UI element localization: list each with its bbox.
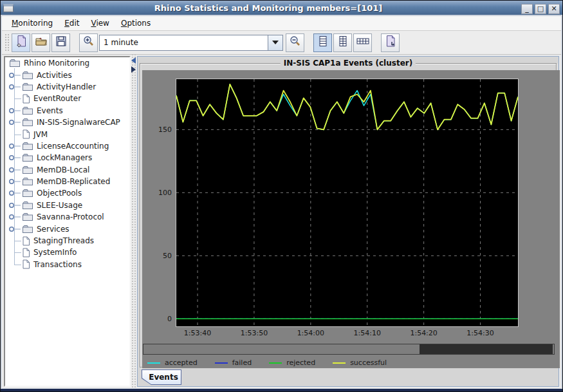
tree-item-memdb-local[interactable]: MemDB-Local xyxy=(5,164,129,176)
menu-bar: MonitoringEditViewOptions xyxy=(2,16,561,31)
svg-text:1:54:20: 1:54:20 xyxy=(410,329,437,337)
interval-dropdown-button[interactable] xyxy=(268,35,283,51)
tab-events-label: Events xyxy=(142,369,181,385)
close-button[interactable]: ✕ xyxy=(548,4,560,14)
svg-text:1:53:40: 1:53:40 xyxy=(184,329,211,337)
monitoring-tree: Rhino MonitoringActivitiesActivityHandle… xyxy=(5,57,129,270)
svg-text:150: 150 xyxy=(158,126,172,134)
tree-item-rhino-monitoring[interactable]: Rhino Monitoring xyxy=(5,57,129,69)
svg-text:50: 50 xyxy=(163,252,172,260)
legend-item-failed: failed xyxy=(215,359,252,367)
chart-legend: acceptedfailedrejectedsuccessful xyxy=(147,359,404,367)
tree-item-activities[interactable]: Activities xyxy=(5,69,129,80)
zoom-in-icon xyxy=(82,35,95,50)
toolbar-grip[interactable] xyxy=(5,33,9,51)
view-two-column-toggle[interactable] xyxy=(333,33,352,52)
view-table-icon xyxy=(356,35,370,50)
tree-item-in-sis-signalwarecap[interactable]: IN-SIS-SignalwareCAP xyxy=(5,117,129,128)
time-series-plot: 0501001501:53:401:53:501:54:001:54:101:5… xyxy=(142,70,560,343)
svg-text:1:54:00: 1:54:00 xyxy=(297,329,324,337)
view-single-column-icon xyxy=(317,35,329,50)
view-table-toggle[interactable] xyxy=(353,33,372,52)
title-bar[interactable]: Rhino Statistics and Monitoring members=… xyxy=(1,1,562,15)
bottom-tab-strip: Events xyxy=(138,369,558,386)
toolbar: 1 minute xyxy=(2,31,561,55)
tree-item-jvm[interactable]: JVM xyxy=(5,128,129,140)
svg-text:1:54:30: 1:54:30 xyxy=(466,329,494,337)
window-controls: _□✕ xyxy=(519,1,560,14)
tree-item-licenseaccounting[interactable]: LicenseAccounting xyxy=(5,140,129,152)
tree-item-objectpools[interactable]: ObjectPools xyxy=(5,187,129,199)
split-divider[interactable] xyxy=(131,55,137,388)
tree-item-systeminfo[interactable]: SystemInfo xyxy=(5,247,129,258)
chart-surface: 0501001501:53:401:53:501:54:001:54:101:5… xyxy=(142,70,560,368)
window-title: Rhino Statistics and Monitoring members=… xyxy=(17,3,519,13)
new-document-icon xyxy=(15,35,28,50)
tree-item-slee-usage[interactable]: SLEE-Usage xyxy=(5,200,129,211)
tree-item-memdb-replicated[interactable]: MemDB-Replicated xyxy=(5,176,129,187)
scrollbar-thumb[interactable] xyxy=(420,344,553,354)
svg-text:100: 100 xyxy=(158,189,172,197)
tree-item-stagingthreads[interactable]: StagingThreads xyxy=(5,235,129,247)
interval-combobox[interactable]: 1 minute xyxy=(99,35,283,51)
tree-item-savanna-protocol[interactable]: Savanna-Protocol xyxy=(5,211,129,223)
tree-item-lockmanagers[interactable]: LockManagers xyxy=(5,152,129,163)
new-document-button[interactable] xyxy=(12,33,30,52)
open-button[interactable] xyxy=(32,33,50,52)
svg-text:0: 0 xyxy=(167,315,172,323)
menu-edit[interactable]: Edit xyxy=(59,17,85,30)
tree-item-activityhandler[interactable]: ActivityHandler xyxy=(5,81,129,93)
interval-value[interactable]: 1 minute xyxy=(99,35,268,51)
tree-item-events[interactable]: Events xyxy=(5,105,129,117)
chart-svg: 0501001501:53:401:53:501:54:001:54:101:5… xyxy=(142,70,560,341)
view-two-column-icon xyxy=(337,35,349,50)
legend-swatch-failed xyxy=(215,362,228,364)
minimize-button[interactable]: _ xyxy=(521,4,533,14)
tree-item-services[interactable]: Services xyxy=(5,223,129,234)
open-folder-icon xyxy=(35,35,48,50)
zoom-in-button[interactable] xyxy=(79,33,98,52)
chart-title: IN-SIS CAP1a Events (cluster) xyxy=(281,59,416,68)
legend-item-successful: successful xyxy=(333,359,387,367)
titled-chart-container: IN-SIS CAP1a Events (cluster) 0501001501… xyxy=(138,57,558,369)
save-icon xyxy=(55,35,68,50)
legend-item-rejected: rejected xyxy=(269,359,315,367)
view-single-column-toggle[interactable] xyxy=(313,33,332,52)
collapse-left-icon[interactable] xyxy=(131,57,136,64)
save-button[interactable] xyxy=(51,33,70,52)
window-icon xyxy=(3,4,14,12)
app-window: Rhino Statistics and Monitoring members=… xyxy=(0,0,563,392)
legend-swatch-rejected xyxy=(269,362,282,364)
window-bottom-border xyxy=(1,388,562,391)
svg-text:1:54:10: 1:54:10 xyxy=(354,329,381,337)
expand-right-icon[interactable] xyxy=(131,66,136,73)
maximize-button[interactable]: □ xyxy=(535,4,546,14)
zoom-out-icon xyxy=(289,35,302,50)
menu-monitoring[interactable]: Monitoring xyxy=(6,17,59,30)
menu-view[interactable]: View xyxy=(85,17,115,30)
legend-swatch-accepted xyxy=(147,362,160,364)
legend-item-accepted: accepted xyxy=(147,359,198,367)
tab-events[interactable]: Events xyxy=(142,369,181,385)
chart-panel: IN-SIS CAP1a Events (cluster) 0501001501… xyxy=(137,56,559,387)
menu-options[interactable]: Options xyxy=(115,17,156,30)
zoom-out-button[interactable] xyxy=(286,33,304,52)
export-icon xyxy=(384,35,397,50)
tree-connector-line xyxy=(14,68,15,265)
legend-swatch-successful xyxy=(333,362,346,364)
time-range-scrollbar[interactable] xyxy=(143,344,555,355)
svg-text:1:53:50: 1:53:50 xyxy=(241,329,268,337)
monitoring-tree-panel: Rhino MonitoringActivitiesActivityHandle… xyxy=(4,56,131,387)
tree-item-transactions[interactable]: Transactions xyxy=(5,259,129,270)
tree-item-eventrouter[interactable]: EventRouter xyxy=(5,93,129,104)
export-button[interactable] xyxy=(381,33,400,52)
chevron-down-icon xyxy=(272,41,279,44)
